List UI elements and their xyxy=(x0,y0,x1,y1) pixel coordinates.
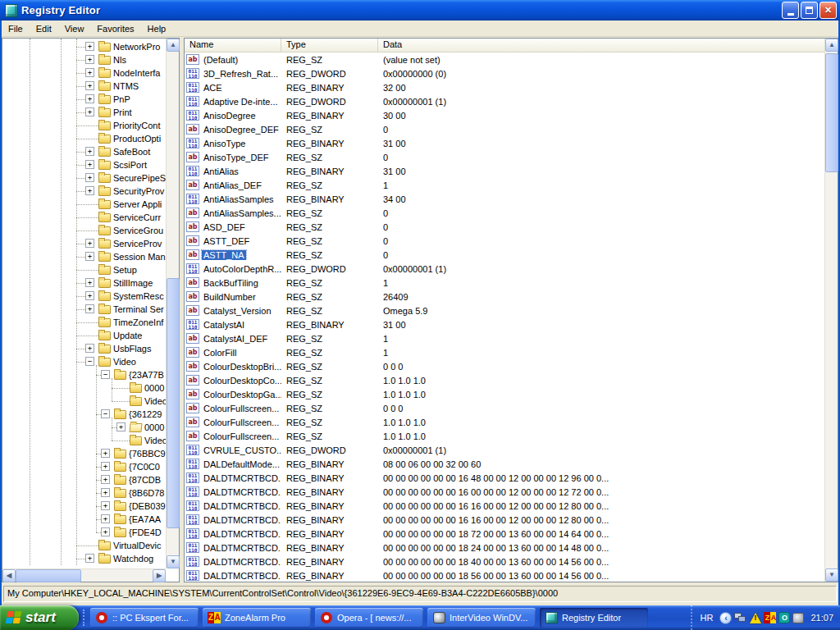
tree-item--7c0c0[interactable]: +{7C0C0 xyxy=(2,460,166,473)
value-row[interactable]: 011 110AutoColorDepthR...REG_DWORD0x0000… xyxy=(185,262,824,276)
value-row[interactable]: abAnisoType_DEFREG_SZ0 xyxy=(185,150,824,164)
tree-item-print[interactable]: +Print xyxy=(2,106,166,119)
tree-item-pnp[interactable]: +PnP xyxy=(2,93,166,106)
tree-item-setup[interactable]: Setup xyxy=(2,263,166,276)
expand-icon[interactable]: + xyxy=(85,147,94,156)
value-name[interactable]: DALDTMCRTBCD... xyxy=(202,543,281,553)
menu-item-edit[interactable]: Edit xyxy=(30,22,58,35)
value-row[interactable]: abAntiAliasSamples...REG_SZ0 xyxy=(185,206,824,220)
value-row[interactable]: 011 110DALDefaultMode...REG_BINARY08 00 … xyxy=(185,457,824,471)
tree-item-watchdog[interactable]: +Watchdog xyxy=(2,552,166,565)
value-name[interactable]: ASTT_DEF xyxy=(202,236,251,246)
value-name[interactable]: BackBufTiling xyxy=(202,278,260,288)
tree-horizontal-scrollbar[interactable]: ◀ ▶ xyxy=(2,568,166,582)
taskbar-button-opera-news-[interactable]: Opera - [ news://... xyxy=(315,608,423,628)
tree-item-scsiport[interactable]: +ScsiPort xyxy=(2,158,166,171)
expand-icon[interactable]: + xyxy=(101,527,110,536)
value-name[interactable]: ColourFullscreen... xyxy=(202,404,281,413)
tree-item-virtualdevic[interactable]: VirtualDevic xyxy=(2,539,166,552)
value-name[interactable]: (Default) xyxy=(202,55,240,65)
tree-item--76bbc9[interactable]: +{76BBC9 xyxy=(2,447,166,460)
value-row[interactable]: abAnisoDegree_DEFREG_SZ0 xyxy=(185,122,824,136)
zonealarm-icon[interactable]: ZA xyxy=(764,612,776,623)
value-name[interactable]: Adaptive De-inte... xyxy=(202,97,280,107)
values-list[interactable]: ab(Default)REG_SZ(value not set)011 1103… xyxy=(185,52,824,582)
titlebar[interactable]: Registry Editor ✕ xyxy=(0,0,840,21)
tree-item-terminal-ser[interactable]: +Terminal Ser xyxy=(2,303,166,316)
expand-icon[interactable]: + xyxy=(101,475,110,484)
tree-item-update[interactable]: Update xyxy=(2,329,166,342)
value-row[interactable]: 011 110DALDTMCRTBCD...REG_BINARY00 00 00… xyxy=(185,485,824,499)
value-row[interactable]: abColourDesktopBri...REG_SZ0 0 0 xyxy=(185,359,824,373)
value-row[interactable]: ab(Default)REG_SZ(value not set) xyxy=(185,52,824,66)
value-name[interactable]: AntiAliasSamples... xyxy=(202,208,281,218)
tree-item-session-man[interactable]: +Session Man xyxy=(2,250,166,263)
value-row[interactable]: 011 110CatalystAIREG_BINARY31 00 xyxy=(185,317,824,331)
value-name[interactable]: AntiAlias_DEF xyxy=(202,180,263,190)
tree-item--deb039[interactable]: +{DEB039 xyxy=(2,500,166,513)
collapse-icon[interactable]: − xyxy=(101,370,110,379)
media-cd-icon[interactable]: O xyxy=(778,612,790,623)
value-row[interactable]: 011 1103D_Refresh_Rat...REG_DWORD0x00000… xyxy=(185,66,824,80)
tree-item-productopti[interactable]: ProductOpti xyxy=(2,132,166,145)
codec-gray-icon[interactable] xyxy=(792,613,804,623)
menu-item-file[interactable]: File xyxy=(2,22,30,35)
value-row[interactable]: 011 110DALDTMCRTBCD...REG_BINARY00 00 00… xyxy=(185,513,824,527)
value-name[interactable]: DALDTMCRTBCD... xyxy=(202,557,281,567)
value-name[interactable]: AntiAliasSamples xyxy=(202,194,276,204)
value-name[interactable]: ColourDesktopCo... xyxy=(202,376,281,386)
taskbar-button-registry-editor[interactable]: Registry Editor xyxy=(540,608,648,628)
tree-item--8b6d78[interactable]: +{8B6D78 xyxy=(2,486,166,500)
tree-item-usbflags[interactable]: +UsbFlags xyxy=(2,342,166,355)
value-name[interactable]: DALDTMCRTBCD... xyxy=(202,515,281,525)
scroll-left-icon[interactable]: ◀ xyxy=(2,569,16,582)
value-name[interactable]: ColourFullscreen... xyxy=(202,431,281,441)
expand-icon[interactable]: + xyxy=(101,462,110,471)
value-name[interactable]: ColourDesktopGa... xyxy=(202,390,281,399)
scroll-down-icon[interactable]: ▼ xyxy=(167,555,180,568)
minimize-button[interactable] xyxy=(782,2,799,19)
value-row[interactable]: abColourFullscreen...REG_SZ0 0 0 xyxy=(185,401,824,415)
expand-icon[interactable]: + xyxy=(85,252,94,261)
value-name[interactable]: DALDTMCRTBCD... xyxy=(202,473,281,483)
value-name[interactable]: Catalyst_Version xyxy=(202,306,273,316)
tree-item-nodeinterfa[interactable]: +NodeInterfa xyxy=(2,66,166,80)
tree-item-stillimage[interactable]: +StillImage xyxy=(2,276,166,290)
value-row[interactable]: 011 110DALDTMCRTBCD...REG_BINARY00 00 00… xyxy=(185,541,824,555)
value-row[interactable]: abASTT_DEFREG_SZ0 xyxy=(185,234,824,248)
value-name[interactable]: CatalystAI xyxy=(202,320,246,330)
value-row[interactable]: 011 110DALDTMCRTBCD...REG_BINARY00 00 00… xyxy=(185,555,824,568)
expand-icon[interactable]: + xyxy=(85,160,94,169)
value-name-selected[interactable]: ASTT_NA xyxy=(202,250,246,260)
value-row[interactable]: abCatalyst_VersionREG_SZ Omega 5.9 xyxy=(185,304,824,317)
network-icon[interactable] xyxy=(734,611,747,624)
expand-icon[interactable]: + xyxy=(101,488,110,497)
tree-item-video[interactable]: Video xyxy=(2,434,166,447)
expand-icon[interactable]: + xyxy=(85,278,94,287)
tree-vertical-scrollbar[interactable]: ▲ ▼ xyxy=(166,39,179,568)
value-name[interactable]: DALDTMCRTBCD... xyxy=(202,529,281,539)
expand-icon[interactable]: + xyxy=(85,81,94,90)
value-row[interactable]: 011 110CVRULE_CUSTO...REG_DWORD0x0000000… xyxy=(185,443,824,457)
expand-icon[interactable]: + xyxy=(85,55,94,64)
expand-icon[interactable]: + xyxy=(85,239,94,248)
start-button[interactable]: start xyxy=(0,605,79,630)
tree-item-0000[interactable]: +0000 xyxy=(2,421,166,434)
value-name[interactable]: DALDTMCRTBCD... xyxy=(202,571,281,581)
value-name[interactable]: AntiAlias xyxy=(202,167,240,176)
tree-item-nls[interactable]: +Nls xyxy=(2,53,166,66)
tree-item-servicegrou[interactable]: ServiceGrou xyxy=(2,224,166,237)
value-row[interactable]: 011 110AnisoTypeREG_BINARY31 00 xyxy=(185,136,824,150)
scroll-up-icon[interactable]: ▲ xyxy=(167,39,180,52)
value-row[interactable]: 011 110Adaptive De-inte...REG_DWORD0x000… xyxy=(185,94,824,108)
value-row[interactable]: 011 110DALDTMCRTBCD...REG_BINARY00 00 00… xyxy=(185,499,824,513)
tree-item--fde4d[interactable]: +{FDE4D xyxy=(2,526,166,539)
value-row[interactable]: 011 110DALDTMCRTBCD...REG_BINARY00 00 00… xyxy=(185,568,824,582)
value-row[interactable]: abCatalystAI_DEFREG_SZ1 xyxy=(185,331,824,345)
tree-item-0000[interactable]: 0000 xyxy=(2,381,166,395)
tree-item-networkpro[interactable]: +NetworkPro xyxy=(2,40,166,53)
value-row[interactable]: abBuildNumberREG_SZ26409 xyxy=(185,290,824,304)
list-vertical-scrollbar[interactable]: ▲ ▼ xyxy=(824,39,838,582)
tree-item--87cdb[interactable]: +{87CDB xyxy=(2,473,166,486)
value-row[interactable]: abColourDesktopCo...REG_SZ1.0 1.0 1.0 xyxy=(185,373,824,387)
